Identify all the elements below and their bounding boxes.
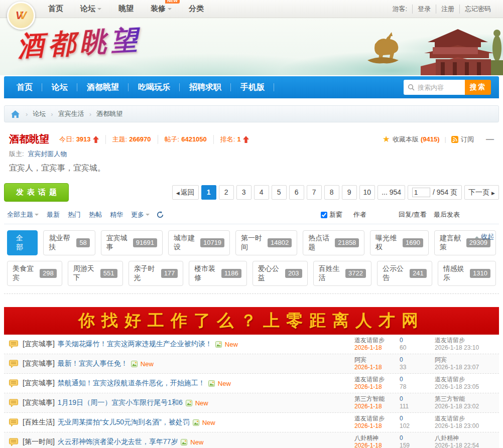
- thread-title-link[interactable]: 事关烟花爆竹！宜宾这两家违规生产企业被约谈！: [58, 340, 212, 349]
- main-nav-item[interactable]: 首页: [7, 80, 42, 95]
- page-button[interactable]: 9: [342, 185, 357, 200]
- thread-category[interactable]: [宜宾城事]: [23, 398, 55, 407]
- thread-category[interactable]: [百姓生活]: [23, 418, 55, 427]
- top-nav-label: 装修: [151, 4, 166, 14]
- thread-author[interactable]: 阿宾: [354, 356, 400, 364]
- collapse-tags-link[interactable]: 收起: [475, 232, 494, 241]
- thread-author[interactable]: 第三方智能: [354, 395, 400, 403]
- thread-category[interactable]: [宜宾城事]: [23, 359, 55, 368]
- new-window-checkbox[interactable]: [321, 212, 327, 218]
- category-tag[interactable]: 第一时间 14802: [235, 230, 297, 255]
- lastpost-author[interactable]: 道友请留步: [435, 337, 497, 344]
- filter-link[interactable]: 全部主题: [7, 210, 39, 219]
- thread-author[interactable]: 道友请留步: [354, 376, 400, 383]
- job-ad-banner[interactable]: 你找好工作了么？上零距离人才网: [4, 307, 499, 335]
- breadcrumb-item[interactable]: 宜宾生活: [58, 109, 84, 118]
- page-button[interactable]: 6: [289, 185, 304, 200]
- category-tag[interactable]: 热点话题 21858: [303, 230, 364, 255]
- thread-views: 159: [400, 442, 435, 448]
- lastpost-author[interactable]: 阿宾: [435, 356, 497, 364]
- lastpost-author[interactable]: 道友请留步: [435, 376, 497, 383]
- main-nav-item[interactable]: 论坛: [42, 80, 77, 95]
- thread-title-link[interactable]: 最新！宜宾人事任免！: [58, 359, 128, 368]
- filter-link[interactable]: 更多: [131, 210, 150, 219]
- lastpost-date[interactable]: 2026-1-18 23:10: [435, 344, 497, 352]
- category-tag[interactable]: 周游天下 551: [68, 261, 123, 286]
- thread-title-link[interactable]: 无业周某摆拍“女儿50元淘到名酒”，被处罚: [58, 418, 190, 427]
- breadcrumb-item-current[interactable]: 酒都眺望: [96, 109, 122, 118]
- lastpost-date[interactable]: 2026-1-18 23:07: [435, 364, 497, 371]
- filter-link[interactable]: 热门: [68, 210, 81, 219]
- next-page-button[interactable]: 下一页▶: [464, 185, 499, 200]
- category-tag[interactable]: 楼市装修 1186: [189, 261, 246, 286]
- lastpost-author[interactable]: 第三方智能: [435, 395, 497, 403]
- top-nav-item[interactable]: 首页: [48, 4, 63, 14]
- thread-category[interactable]: [宜宾城事]: [23, 379, 55, 388]
- page-button[interactable]: 8: [324, 185, 339, 200]
- thread-category[interactable]: [第一时间]: [23, 437, 55, 446]
- filter-link[interactable]: 最新: [47, 210, 60, 219]
- new-window-checkbox-label[interactable]: 新窗: [321, 210, 342, 219]
- page-button[interactable]: 2: [219, 185, 234, 200]
- forgot-password-link[interactable]: 忘记密码: [459, 5, 496, 14]
- lastpost-author[interactable]: 八卦精神: [435, 434, 497, 442]
- topic-bubble-icon: [9, 360, 18, 368]
- filter-link[interactable]: 热帖: [89, 210, 102, 219]
- category-tag[interactable]: 亲子时光 177: [129, 261, 184, 286]
- subscribe-link[interactable]: 订阅: [461, 135, 474, 144]
- thread-replies-views-cell: 0 159: [400, 434, 435, 448]
- search-button[interactable]: 搜索: [465, 80, 491, 95]
- category-tag[interactable]: 曝光维权 1690: [370, 230, 429, 255]
- thread-author[interactable]: 道友请留步: [354, 415, 400, 422]
- collapse-panel-button[interactable]: —: [486, 135, 494, 144]
- page-button[interactable]: 4: [254, 185, 269, 200]
- moderator-link[interactable]: 宜宾封面人物: [28, 150, 67, 158]
- lastpost-author[interactable]: 道友请留步: [435, 415, 497, 422]
- thread-author[interactable]: 八卦精神: [354, 434, 400, 442]
- category-tag[interactable]: 爱心公益 203: [253, 261, 308, 286]
- main-nav-item[interactable]: 酒都眺望: [77, 80, 129, 95]
- lastpost-date[interactable]: 2026-1-18 23:05: [435, 383, 497, 391]
- main-nav-item[interactable]: 手机版: [231, 80, 274, 95]
- page-button[interactable]: ... 954: [378, 185, 405, 200]
- category-tag[interactable]: 城市建设 10719: [168, 230, 230, 255]
- new-topic-button[interactable]: 发表话题: [4, 183, 69, 202]
- filter-link[interactable]: 精华: [110, 210, 123, 219]
- thread-title-link[interactable]: 1月19日（周一）宜宾小车限行尾号1和6: [58, 398, 183, 407]
- lastpost-date[interactable]: 2026-1-18 23:00: [435, 422, 497, 430]
- page-button[interactable]: 3: [236, 185, 252, 200]
- page-button[interactable]: 10: [359, 185, 375, 200]
- thread-title-link[interactable]: 火云邪神饰演者梁小龙去世，享年77岁: [58, 437, 178, 446]
- breadcrumb-item[interactable]: 论坛: [33, 109, 46, 118]
- thread-category[interactable]: [宜宾城事]: [23, 340, 55, 349]
- category-tag[interactable]: 宜宾城事 91691: [101, 230, 163, 255]
- top-nav-item[interactable]: 眺望: [118, 4, 134, 14]
- login-link[interactable]: 登录: [412, 5, 436, 14]
- lastpost-date[interactable]: 2026-1-18 22:54: [435, 442, 497, 448]
- category-tag[interactable]: 全部: [7, 230, 38, 255]
- favorite-link[interactable]: 收藏本版(9415): [393, 135, 440, 144]
- register-link[interactable]: 注册: [436, 5, 459, 14]
- site-logo[interactable]: VV: [7, 2, 35, 30]
- main-nav-item[interactable]: 吃喝玩乐: [129, 80, 180, 95]
- main-nav-item[interactable]: 招聘求职: [180, 80, 231, 95]
- top-nav-item[interactable]: 论坛: [80, 4, 101, 14]
- category-tag[interactable]: 公示公告 241: [377, 261, 432, 286]
- thread-author[interactable]: 道友请留步: [354, 337, 400, 344]
- back-button[interactable]: ◀返回: [172, 185, 199, 200]
- home-icon[interactable]: [11, 110, 20, 118]
- category-tag[interactable]: 就业帮扶 58: [43, 230, 95, 255]
- breadcrumb-separator: ›: [89, 110, 91, 118]
- thread-title-link[interactable]: 禁航通知！宜宾这段航道条件恶化，开始施工！: [58, 379, 205, 388]
- category-tag[interactable]: 情感娱乐 1310: [438, 261, 496, 286]
- refresh-icon[interactable]: [157, 211, 164, 218]
- page-button[interactable]: 5: [272, 185, 287, 200]
- category-tag[interactable]: 美食宜宾 298: [7, 261, 62, 286]
- page-button[interactable]: 7: [307, 185, 322, 200]
- top-nav-item[interactable]: NEW 装修: [151, 4, 172, 14]
- category-tag[interactable]: 百姓生活 3722: [313, 261, 371, 286]
- lastpost-date[interactable]: 2026-1-18 23:02: [435, 403, 497, 410]
- page-button[interactable]: 1: [201, 185, 216, 200]
- page-jump-input[interactable]: [412, 188, 430, 197]
- top-nav-item[interactable]: 分类: [189, 4, 204, 14]
